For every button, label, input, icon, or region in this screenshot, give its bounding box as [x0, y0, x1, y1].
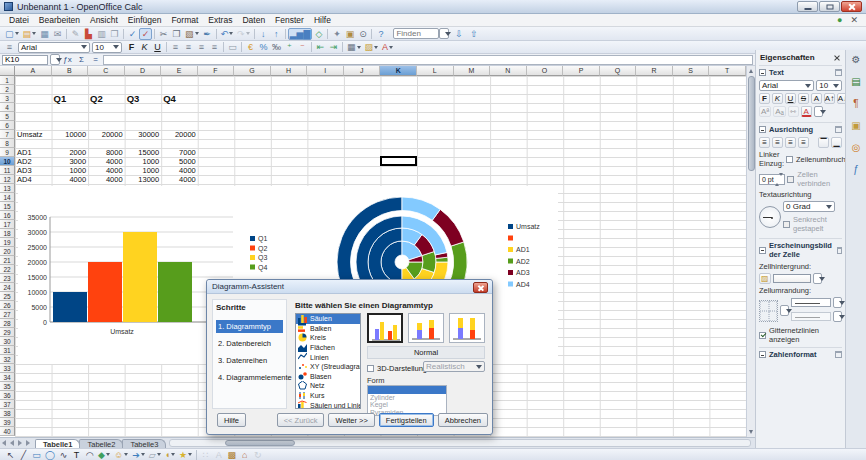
dropdown-arrow-icon[interactable] — [106, 453, 110, 456]
row-header-24[interactable]: 24 — [0, 283, 15, 292]
dropdown-arrow-icon[interactable] — [195, 32, 199, 35]
sidebar-font-size-combo[interactable]: 10 — [816, 80, 842, 91]
line-color-dropdown[interactable] — [833, 311, 842, 322]
update-notification-icon[interactable]: ● — [837, 15, 842, 26]
cell-b3[interactable]: Q1 — [52, 93, 89, 104]
cell-b11[interactable]: 1000 — [52, 166, 89, 175]
chart-type-blasen[interactable]: Blasen — [296, 372, 360, 382]
cell-b7[interactable]: 10000 — [52, 130, 89, 139]
align-left-button[interactable]: ≡ — [169, 41, 182, 53]
align-left-button[interactable]: ≡ — [759, 137, 770, 148]
cell-d3[interactable]: Q3 — [125, 93, 162, 104]
degrees-combo[interactable]: 0 Grad — [783, 201, 835, 212]
column-header-p[interactable]: P — [563, 66, 600, 76]
menu-fenster[interactable]: Fenster — [270, 15, 309, 25]
cell-b12[interactable]: 4000 — [52, 175, 89, 184]
paste-button[interactable]: ▧ — [183, 28, 201, 40]
border-line-style[interactable] — [791, 298, 831, 307]
column-header-t[interactable]: T — [709, 66, 746, 76]
border-dropdown[interactable] — [780, 305, 789, 316]
wizard-step-4[interactable]: 4. Diagrammelemente — [216, 371, 283, 384]
page-preview-button[interactable]: ❐ — [108, 28, 121, 40]
collapse-icon[interactable] — [759, 247, 766, 254]
grow-font-button[interactable]: A↑ — [824, 93, 835, 104]
dialog-launcher-icon[interactable] — [835, 351, 842, 358]
row-header-7[interactable]: 7 — [0, 130, 15, 139]
strikethrough-button[interactable]: S — [798, 93, 809, 104]
cell-a9[interactable]: AD1 — [15, 148, 52, 157]
name-box[interactable] — [2, 55, 48, 65]
spelling-button[interactable]: ✓ — [126, 28, 139, 40]
dropdown-arrow-icon[interactable] — [124, 453, 128, 456]
delete-decimal-button[interactable]: ⁻ — [296, 41, 309, 53]
orientation-dial[interactable] — [759, 206, 781, 228]
function-wizard-button[interactable]: ƒx — [62, 55, 73, 64]
dropdown-arrow-icon[interactable] — [389, 46, 393, 49]
align-right-button[interactable]: ≡ — [195, 41, 208, 53]
cell-c3[interactable]: Q2 — [88, 93, 125, 104]
collapse-icon[interactable] — [759, 351, 766, 358]
styles-deck-icon[interactable]: ¶ — [849, 96, 864, 111]
chart-type-xy-streudiagramm[interactable]: XY (Streudiagramm) — [296, 362, 360, 372]
row-header-35[interactable]: 35 — [0, 382, 15, 391]
find-previous-button[interactable]: ⇧ — [467, 28, 480, 40]
cell-a11[interactable]: AD3 — [15, 166, 52, 175]
column-header-b[interactable]: B — [52, 66, 89, 76]
row-header-28[interactable]: 28 — [0, 319, 15, 328]
merge-cells-button[interactable]: ▭ — [226, 41, 239, 53]
dialog-close-button[interactable] — [473, 282, 488, 293]
clone-formatting-button[interactable]: ✒ — [201, 28, 214, 40]
cell-e9[interactable]: 7000 — [161, 148, 198, 157]
row-header-3[interactable]: 3 — [0, 94, 15, 103]
row-header-6[interactable]: 6 — [0, 121, 15, 130]
align-center-button[interactable]: ≡ — [772, 137, 783, 148]
column-header-f[interactable]: F — [198, 66, 235, 76]
column-header-h[interactable]: H — [271, 66, 308, 76]
row-header-22[interactable]: 22 — [0, 265, 15, 274]
cell-e7[interactable]: 20000 — [161, 130, 198, 139]
wizard-step-2[interactable]: 2. Datenbereich — [216, 337, 283, 350]
row-header-5[interactable]: 5 — [0, 112, 15, 121]
gallery-button[interactable]: ⌂ — [238, 449, 251, 460]
add-decimal-button[interactable]: ⁺ — [283, 41, 296, 53]
copy-button[interactable]: ❐ — [170, 28, 183, 40]
show-draw-functions-button[interactable]: ◇ — [312, 28, 325, 40]
find-input[interactable] — [393, 28, 439, 39]
underline-button[interactable]: U — [785, 93, 796, 104]
row-header-16[interactable]: 16 — [0, 211, 15, 220]
dropdown-arrow-icon[interactable] — [157, 453, 161, 456]
show-gridlines-checkbox[interactable]: Gitternetzlinien anzeigen — [759, 326, 842, 344]
cell-d12[interactable]: 13000 — [125, 175, 162, 184]
column-header-d[interactable]: D — [125, 66, 162, 76]
subtype-thumbnail-1[interactable] — [367, 313, 403, 343]
select-all-corner[interactable] — [0, 66, 15, 76]
percent-format-button[interactable]: % — [257, 41, 270, 53]
close-document-icon[interactable]: ✕ — [850, 15, 858, 26]
new-document-button[interactable]: ▢ — [3, 28, 21, 40]
row-header-21[interactable]: 21 — [0, 256, 15, 265]
font-color-button[interactable]: A — [801, 106, 812, 117]
save-button[interactable]: ▦ — [38, 28, 51, 40]
email-document-button[interactable]: ✉ — [51, 28, 64, 40]
column-header-r[interactable]: R — [636, 66, 673, 76]
sheet-tab-tabelle3[interactable]: Tabelle3 — [122, 439, 166, 449]
cell-c7[interactable]: 20000 — [88, 130, 125, 139]
row-header-33[interactable]: 33 — [0, 364, 15, 373]
dialog-launcher-icon[interactable] — [835, 69, 842, 76]
dropdown-arrow-icon[interactable] — [188, 453, 192, 456]
chart-type-balken[interactable]: Balken — [296, 324, 360, 334]
collapse-icon[interactable] — [759, 69, 766, 76]
curve-button[interactable]: ◠ — [83, 449, 96, 460]
flowchart-button[interactable]: ▱ — [147, 449, 163, 460]
sidebar-settings-icon[interactable]: ≡ — [3, 41, 16, 53]
row-header-37[interactable]: 37 — [0, 400, 15, 409]
borders-button[interactable]: ▦ — [345, 41, 363, 53]
cell-c12[interactable]: 4000 — [88, 175, 125, 184]
column-header-j[interactable]: J — [344, 66, 381, 76]
row-header-29[interactable]: 29 — [0, 328, 15, 337]
chart-type-s-ulen-und-linien[interactable]: Säulen und Linien — [296, 400, 360, 409]
first-sheet-button[interactable] — [0, 439, 8, 448]
line-style-dropdown[interactable] — [833, 297, 842, 308]
collapse-icon[interactable] — [759, 126, 766, 133]
row-header-23[interactable]: 23 — [0, 274, 15, 283]
